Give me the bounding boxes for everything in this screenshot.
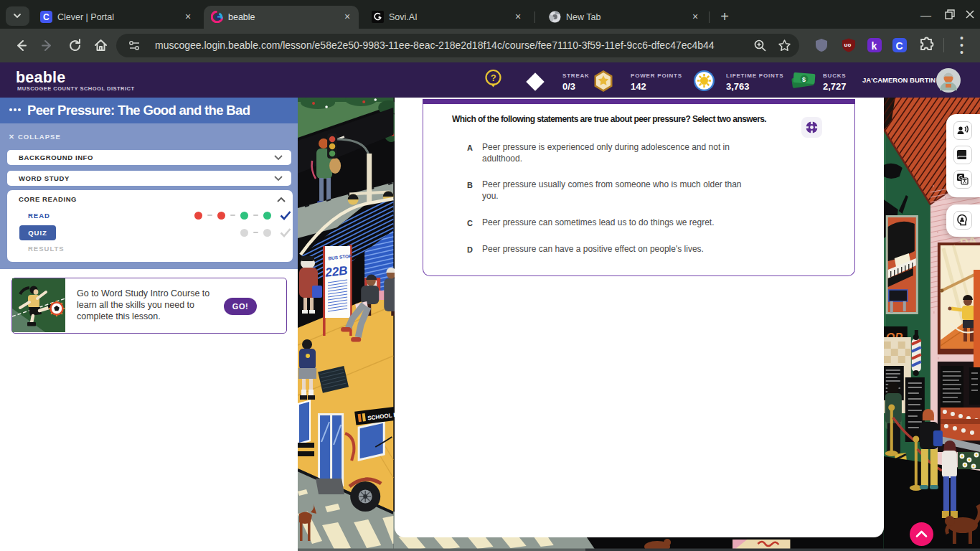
svg-text:22B: 22B <box>324 264 348 280</box>
svg-text:C: C <box>896 40 903 52</box>
svg-text:k: k <box>872 40 877 52</box>
svg-text:uo: uo <box>844 42 852 48</box>
svg-text:$: $ <box>802 76 806 83</box>
svg-text:C: C <box>43 12 50 22</box>
svg-text:?: ? <box>491 73 496 83</box>
